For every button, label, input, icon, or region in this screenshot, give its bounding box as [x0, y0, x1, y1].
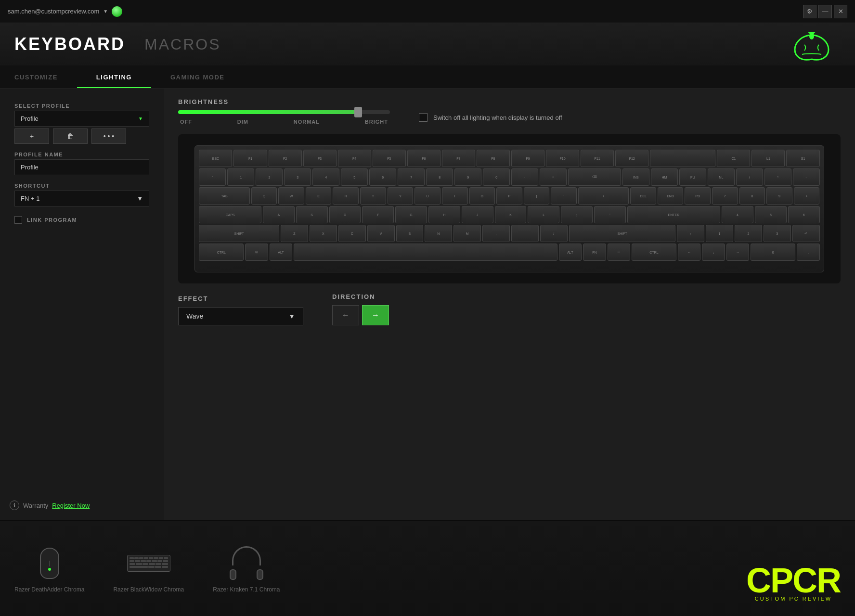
direction-left-button[interactable]: ←	[332, 305, 359, 325]
key-i[interactable]: I	[442, 187, 468, 205]
key-f2[interactable]: F2	[269, 150, 302, 167]
brightness-slider-track[interactable]	[178, 110, 390, 114]
key-3[interactable]: 3	[284, 168, 311, 186]
key-f7[interactable]: F7	[442, 150, 475, 167]
key-num-del[interactable]: .	[797, 244, 819, 261]
key-e[interactable]: E	[306, 187, 332, 205]
tab-lighting[interactable]: LIGHTING	[77, 66, 151, 88]
key-num1[interactable]: 1	[706, 225, 733, 242]
key-f11[interactable]: F11	[581, 150, 614, 167]
key-w[interactable]: W	[278, 187, 304, 205]
profile-dropdown[interactable]: Profile ▼	[14, 111, 149, 127]
key-minus[interactable]: -	[511, 168, 538, 186]
key-grave[interactable]: `	[199, 168, 226, 186]
key-ins[interactable]: INS	[622, 168, 649, 186]
key-d[interactable]: D	[329, 206, 361, 223]
key-up[interactable]: ↑	[677, 225, 704, 242]
key-lshift[interactable]: SHIFT	[199, 225, 279, 242]
key-l1[interactable]: L1	[751, 150, 785, 167]
key-7[interactable]: 7	[398, 168, 425, 186]
key-2[interactable]: 2	[256, 168, 283, 186]
key-f4[interactable]: F4	[338, 150, 371, 167]
key-rbracket[interactable]: ]	[551, 187, 577, 205]
key-z[interactable]: Z	[281, 225, 308, 242]
effect-dropdown[interactable]: Wave ▼	[178, 307, 303, 325]
key-num4[interactable]: 4	[722, 206, 753, 223]
key-num0[interactable]: 0	[751, 244, 795, 261]
key-slash[interactable]: /	[540, 225, 568, 242]
key-u[interactable]: U	[415, 187, 440, 205]
shortcut-dropdown[interactable]: FN + 1 ▼	[14, 191, 149, 206]
key-n[interactable]: N	[425, 225, 452, 242]
delete-profile-button[interactable]: 🗑	[53, 128, 88, 144]
key-backslash[interactable]: \	[578, 187, 629, 205]
key-equals[interactable]: =	[540, 168, 567, 186]
key-enter[interactable]: ENTER	[627, 206, 720, 223]
key-g[interactable]: G	[395, 206, 427, 223]
key-9[interactable]: 9	[454, 168, 481, 186]
key-num2[interactable]: 2	[735, 225, 762, 242]
key-semicolon[interactable]: ;	[561, 206, 593, 223]
key-f6[interactable]: F6	[407, 150, 440, 167]
key-right[interactable]: →	[726, 244, 749, 261]
user-dropdown-arrow[interactable]: ▼	[103, 9, 108, 14]
key-rshift[interactable]: SHIFT	[569, 225, 675, 242]
key-4[interactable]: 4	[312, 168, 339, 186]
key-num7[interactable]: 7	[712, 187, 738, 205]
key-num5[interactable]: 5	[755, 206, 787, 223]
warranty-register-link[interactable]: Register Now	[52, 502, 90, 509]
direction-right-button[interactable]: →	[362, 305, 389, 325]
switch-off-checkbox[interactable]	[419, 113, 428, 122]
key-left[interactable]: ←	[678, 244, 700, 261]
minimize-button[interactable]: —	[818, 5, 832, 18]
key-space[interactable]	[294, 244, 557, 261]
brightness-slider-thumb[interactable]	[354, 107, 362, 117]
key-num-sub[interactable]: -	[793, 168, 820, 186]
key-p[interactable]: P	[496, 187, 522, 205]
key-num-div[interactable]: /	[736, 168, 763, 186]
key-f1[interactable]: F1	[233, 150, 267, 167]
key-k[interactable]: K	[495, 206, 527, 223]
key-o[interactable]: O	[469, 187, 495, 205]
key-num-add[interactable]: +	[794, 187, 820, 205]
key-v[interactable]: V	[367, 225, 395, 242]
key-y[interactable]: Y	[388, 187, 414, 205]
tab-customize[interactable]: CUSTOMIZE	[14, 66, 77, 88]
key-lctrl[interactable]: CTRL	[199, 244, 244, 261]
key-lalt[interactable]: ALT	[270, 244, 292, 261]
key-f5[interactable]: F5	[373, 150, 406, 167]
key-f9[interactable]: F9	[511, 150, 544, 167]
key-quote[interactable]: '	[594, 206, 626, 223]
key-backspace[interactable]: ⌫	[568, 168, 621, 186]
key-h[interactable]: H	[428, 206, 460, 223]
key-home[interactable]: HM	[651, 168, 678, 186]
key-comma[interactable]: ,	[482, 225, 510, 242]
key-pgup[interactable]: PU	[679, 168, 706, 186]
device-item-headset[interactable]: Razer Kraken 7.1 Chroma	[213, 544, 280, 593]
key-f8[interactable]: F8	[477, 150, 510, 167]
key-tab[interactable]: TAB	[199, 187, 249, 205]
key-fn[interactable]: FN	[583, 244, 606, 261]
key-down[interactable]: ↓	[702, 244, 725, 261]
key-menu[interactable]: ☰	[608, 244, 630, 261]
key-a[interactable]: A	[263, 206, 295, 223]
key-c1[interactable]: C1	[717, 150, 750, 167]
key-j[interactable]: J	[462, 206, 493, 223]
close-button[interactable]: ✕	[834, 5, 847, 18]
key-capslock[interactable]: CAPS	[199, 206, 261, 223]
key-num8[interactable]: 8	[739, 187, 765, 205]
device-item-keyboard[interactable]: Razer BlackWidow Chroma	[113, 544, 184, 593]
key-c[interactable]: C	[338, 225, 366, 242]
more-options-button[interactable]: • • •	[91, 128, 126, 144]
key-num6[interactable]: 6	[788, 206, 820, 223]
key-b[interactable]: B	[396, 225, 424, 242]
key-lwin[interactable]: ⊞	[245, 244, 268, 261]
key-lbracket[interactable]: [	[524, 187, 550, 205]
key-num3[interactable]: 3	[764, 225, 791, 242]
key-s[interactable]: S	[296, 206, 328, 223]
key-8[interactable]: 8	[426, 168, 453, 186]
key-num-lock[interactable]: NL	[708, 168, 735, 186]
key-del[interactable]: DEL	[630, 187, 656, 205]
key-q[interactable]: Q	[251, 187, 277, 205]
key-num9[interactable]: 9	[766, 187, 792, 205]
